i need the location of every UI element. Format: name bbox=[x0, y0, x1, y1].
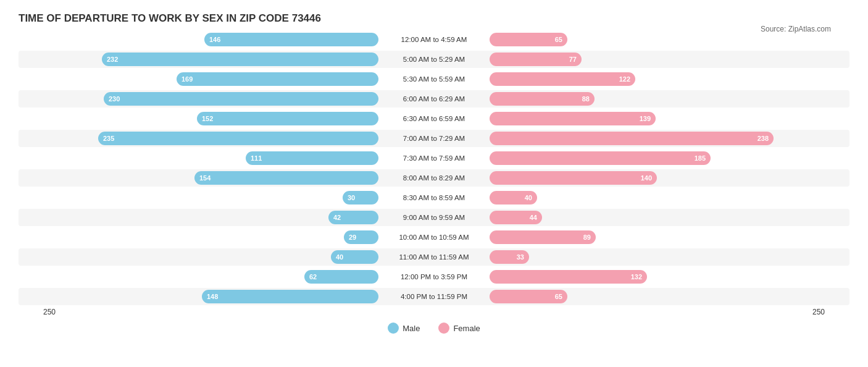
legend-male: Male bbox=[388, 323, 420, 334]
female-value: 33 bbox=[517, 253, 524, 261]
left-bar-area: 230 bbox=[19, 92, 378, 106]
female-value: 139 bbox=[640, 115, 651, 122]
time-label: 12:00 AM to 4:59 AM bbox=[378, 36, 490, 43]
right-bar-area: 33 bbox=[490, 250, 849, 264]
female-bar: 140 bbox=[490, 171, 657, 185]
time-label: 11:00 AM to 11:59 AM bbox=[378, 253, 490, 261]
time-label: 6:00 AM to 6:29 AM bbox=[378, 95, 490, 103]
time-label: 6:30 AM to 6:59 AM bbox=[378, 115, 490, 122]
male-value: 235 bbox=[103, 135, 114, 142]
time-label: 4:00 PM to 11:59 PM bbox=[378, 293, 490, 300]
female-value: 238 bbox=[757, 135, 769, 142]
time-label: 10:00 AM to 10:59 AM bbox=[378, 234, 490, 241]
left-bar-area: 62 bbox=[19, 270, 378, 284]
legend: Male Female bbox=[19, 323, 849, 334]
chart-row: 154 8:00 AM to 8:29 AM 140 bbox=[19, 169, 849, 187]
male-bar: 232 bbox=[102, 53, 378, 66]
male-value: 169 bbox=[182, 75, 193, 83]
right-bar-area: 122 bbox=[490, 72, 849, 86]
female-value: 65 bbox=[555, 293, 562, 300]
male-bar: 230 bbox=[104, 92, 378, 106]
right-bar-area: 44 bbox=[490, 211, 849, 224]
axis-row: 250 250 bbox=[19, 308, 849, 316]
left-bar-area: 169 bbox=[19, 72, 378, 86]
female-value: 65 bbox=[555, 36, 562, 43]
left-bar-area: 111 bbox=[19, 151, 378, 165]
right-bar-area: 77 bbox=[490, 53, 849, 66]
right-bar-area: 65 bbox=[490, 290, 849, 303]
left-bar-area: 30 bbox=[19, 191, 378, 205]
male-value: 146 bbox=[209, 36, 220, 43]
male-bar: 235 bbox=[98, 132, 378, 145]
left-bar-area: 29 bbox=[19, 230, 378, 244]
left-bar-area: 235 bbox=[19, 132, 378, 145]
male-bar: 152 bbox=[197, 112, 378, 125]
chart-row: 62 12:00 PM to 3:59 PM 132 bbox=[19, 268, 849, 285]
female-bar: 40 bbox=[490, 191, 537, 205]
left-bar-area: 146 bbox=[19, 33, 378, 46]
male-bar: 146 bbox=[204, 33, 378, 46]
male-swatch bbox=[388, 323, 399, 334]
right-bar-area: 89 bbox=[490, 230, 849, 244]
chart-title: TIME OF DEPARTURE TO WORK BY SEX IN ZIP … bbox=[19, 12, 849, 25]
female-swatch bbox=[438, 323, 449, 334]
female-value: 132 bbox=[631, 273, 642, 281]
female-value: 44 bbox=[530, 214, 537, 221]
right-bar-area: 40 bbox=[490, 191, 849, 205]
female-bar: 65 bbox=[490, 33, 567, 46]
right-bar-area: 238 bbox=[490, 132, 849, 145]
female-bar: 89 bbox=[490, 230, 596, 244]
male-value: 30 bbox=[348, 194, 355, 201]
male-bar: 29 bbox=[344, 230, 378, 244]
axis-right: 250 bbox=[812, 308, 849, 316]
right-bar-area: 132 bbox=[490, 270, 849, 284]
time-label: 5:30 AM to 5:59 AM bbox=[378, 75, 490, 83]
male-value: 230 bbox=[109, 95, 120, 103]
female-bar: 65 bbox=[490, 290, 567, 303]
female-bar: 132 bbox=[490, 270, 647, 284]
female-value: 88 bbox=[582, 95, 590, 103]
female-bar: 238 bbox=[490, 132, 774, 145]
time-label: 5:00 AM to 5:29 AM bbox=[378, 56, 490, 63]
chart-row: 146 12:00 AM to 4:59 AM 65 bbox=[19, 31, 849, 48]
male-value: 111 bbox=[251, 154, 262, 162]
chart-row: 29 10:00 AM to 10:59 AM 89 bbox=[19, 229, 849, 246]
female-bar: 33 bbox=[490, 250, 529, 264]
right-bar-area: 139 bbox=[490, 112, 849, 125]
chart-row: 232 5:00 AM to 5:29 AM 77 bbox=[19, 51, 849, 68]
male-label: Male bbox=[403, 324, 420, 333]
female-value: 77 bbox=[569, 56, 577, 63]
chart-row: 40 11:00 AM to 11:59 AM 33 bbox=[19, 248, 849, 266]
left-bar-area: 152 bbox=[19, 112, 378, 125]
male-value: 152 bbox=[202, 115, 213, 122]
male-value: 40 bbox=[336, 253, 343, 261]
male-bar: 30 bbox=[343, 191, 378, 205]
chart-row: 230 6:00 AM to 6:29 AM 88 bbox=[19, 90, 849, 108]
male-bar: 154 bbox=[194, 171, 378, 185]
right-bar-area: 65 bbox=[490, 33, 849, 46]
female-bar: 88 bbox=[490, 92, 595, 106]
chart-row: 169 5:30 AM to 5:59 AM 122 bbox=[19, 70, 849, 88]
time-label: 8:00 AM to 8:29 AM bbox=[378, 174, 490, 182]
right-bar-area: 185 bbox=[490, 151, 849, 165]
female-value: 140 bbox=[641, 174, 652, 182]
male-bar: 40 bbox=[331, 250, 378, 264]
male-value: 62 bbox=[309, 273, 317, 281]
chart-row: 42 9:00 AM to 9:59 AM 44 bbox=[19, 209, 849, 226]
male-bar: 148 bbox=[202, 290, 378, 303]
chart-container: 146 12:00 AM to 4:59 AM 65 232 5:00 AM t… bbox=[19, 31, 849, 316]
left-bar-area: 148 bbox=[19, 290, 378, 303]
female-value: 122 bbox=[619, 75, 630, 83]
male-bar: 169 bbox=[177, 72, 378, 86]
chart-row: 152 6:30 AM to 6:59 AM 139 bbox=[19, 110, 849, 127]
female-bar: 122 bbox=[490, 72, 635, 86]
male-bar: 42 bbox=[328, 211, 378, 224]
legend-female: Female bbox=[438, 323, 480, 334]
chart-row: 148 4:00 PM to 11:59 PM 65 bbox=[19, 288, 849, 305]
chart-row: 111 7:30 AM to 7:59 AM 185 bbox=[19, 150, 849, 167]
female-value: 40 bbox=[525, 194, 532, 201]
time-label: 7:30 AM to 7:59 AM bbox=[378, 154, 490, 162]
female-value: 89 bbox=[583, 234, 591, 241]
male-value: 232 bbox=[107, 56, 118, 63]
male-value: 148 bbox=[207, 293, 218, 300]
